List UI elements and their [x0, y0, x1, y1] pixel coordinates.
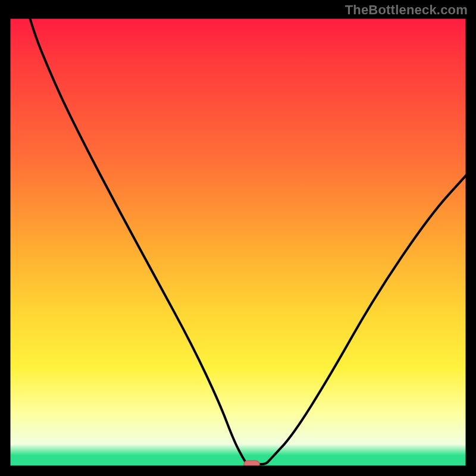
chart-svg [0, 0, 476, 476]
chart-frame: { "watermark": "TheBottleneck.com", "col… [0, 0, 476, 476]
gradient-plot-area [10, 18, 466, 466]
watermark-text: TheBottleneck.com [345, 2, 468, 18]
